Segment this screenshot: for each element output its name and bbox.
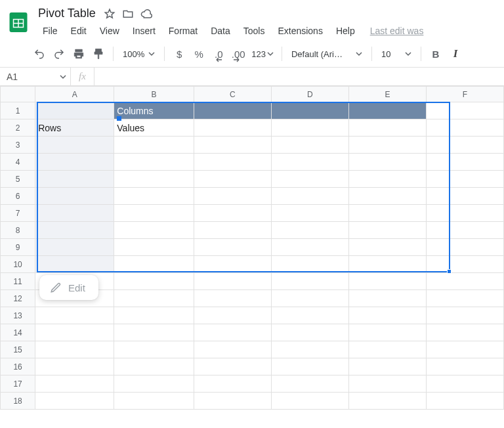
cell[interactable] [271, 256, 348, 273]
cell[interactable] [348, 341, 426, 358]
row-header[interactable]: 10 [1, 256, 35, 273]
cell[interactable] [194, 188, 271, 205]
cell[interactable]: Values [114, 119, 194, 137]
cell[interactable] [348, 393, 426, 410]
menu-edit[interactable]: Edit [65, 23, 93, 39]
cell[interactable] [114, 239, 194, 256]
pivot-edit-popup[interactable]: Edit [39, 275, 98, 300]
cell[interactable] [114, 205, 194, 222]
redo-button[interactable] [50, 45, 68, 63]
cell[interactable] [114, 137, 194, 154]
menu-extensions[interactable]: Extensions [272, 23, 328, 39]
cell[interactable] [426, 119, 503, 137]
cell[interactable] [194, 222, 271, 239]
cell[interactable] [35, 307, 114, 324]
cell[interactable] [194, 205, 271, 222]
cell[interactable] [194, 324, 271, 341]
cell[interactable] [271, 375, 348, 393]
cell[interactable] [426, 188, 503, 205]
cell[interactable] [35, 341, 114, 358]
cloud-status-icon[interactable] [140, 8, 152, 20]
cell[interactable] [426, 222, 503, 239]
formula-input[interactable] [94, 68, 504, 85]
cell[interactable] [194, 307, 271, 324]
cell[interactable] [35, 205, 114, 222]
cell[interactable] [35, 324, 114, 341]
cell[interactable] [114, 307, 194, 324]
cell[interactable] [114, 256, 194, 273]
menu-tools[interactable]: Tools [238, 23, 271, 39]
cell[interactable] [348, 375, 426, 393]
cell[interactable] [348, 119, 426, 137]
cell[interactable] [271, 119, 348, 137]
row-header[interactable]: 4 [1, 154, 35, 171]
row-header[interactable]: 16 [1, 358, 35, 375]
cell[interactable] [348, 137, 426, 154]
format-currency-button[interactable]: $ [170, 45, 188, 63]
spreadsheet-grid[interactable]: ABCDEF1Columns2RowsValues345678910111213… [0, 86, 504, 410]
menu-file[interactable]: File [37, 23, 64, 39]
decrease-decimal-button[interactable]: .0 [209, 45, 228, 63]
cell[interactable] [194, 256, 271, 273]
menu-data[interactable]: Data [205, 23, 236, 39]
cell[interactable] [426, 102, 503, 119]
cell[interactable] [114, 273, 194, 290]
menu-insert[interactable]: Insert [127, 23, 161, 39]
cell[interactable] [35, 137, 114, 154]
cell[interactable]: Rows [35, 119, 114, 137]
row-header[interactable]: 15 [1, 341, 35, 358]
cell[interactable] [35, 102, 114, 119]
cell[interactable] [35, 188, 114, 205]
row-header[interactable]: 6 [1, 188, 35, 205]
italic-button[interactable]: I [446, 45, 465, 63]
cell[interactable] [426, 324, 503, 341]
cell[interactable] [194, 137, 271, 154]
cell[interactable] [114, 393, 194, 410]
cell[interactable] [271, 358, 348, 375]
cell[interactable] [426, 273, 503, 290]
cell[interactable] [271, 290, 348, 307]
cell[interactable] [271, 188, 348, 205]
cell[interactable] [348, 205, 426, 222]
cell[interactable] [426, 358, 503, 375]
column-header[interactable]: F [426, 87, 503, 102]
cell[interactable] [348, 256, 426, 273]
cell[interactable] [426, 239, 503, 256]
last-edit-link[interactable]: Last edit was [370, 23, 424, 39]
row-header[interactable]: 2 [1, 119, 35, 137]
cell[interactable] [271, 393, 348, 410]
cell[interactable] [114, 324, 194, 341]
cell[interactable] [271, 239, 348, 256]
more-formats-dropdown[interactable]: 123 [249, 45, 276, 63]
cell[interactable] [426, 341, 503, 358]
row-header[interactable]: 9 [1, 239, 35, 256]
font-size-dropdown[interactable]: 10 [377, 45, 415, 63]
column-header[interactable]: D [271, 87, 348, 102]
cell[interactable] [426, 290, 503, 307]
cell[interactable] [271, 307, 348, 324]
cell[interactable] [271, 341, 348, 358]
document-title[interactable]: Pivot Table [37, 5, 97, 22]
cell[interactable] [194, 290, 271, 307]
cell[interactable] [194, 273, 271, 290]
cell[interactable] [271, 102, 348, 119]
cell[interactable] [348, 154, 426, 171]
row-header[interactable]: 8 [1, 222, 35, 239]
cell[interactable] [348, 358, 426, 375]
cell[interactable] [194, 358, 271, 375]
row-header[interactable]: 5 [1, 171, 35, 188]
column-header[interactable]: C [194, 87, 271, 102]
cell[interactable] [35, 358, 114, 375]
cell[interactable] [194, 171, 271, 188]
cell[interactable] [114, 358, 194, 375]
column-header[interactable]: B [114, 87, 194, 102]
row-header[interactable]: 17 [1, 375, 35, 393]
cell[interactable] [35, 239, 114, 256]
row-header[interactable]: 3 [1, 137, 35, 154]
cell[interactable] [271, 222, 348, 239]
cell[interactable] [426, 171, 503, 188]
cell[interactable] [426, 393, 503, 410]
row-header[interactable]: 13 [1, 307, 35, 324]
row-header[interactable]: 1 [1, 102, 35, 119]
row-header[interactable]: 11 [1, 273, 35, 290]
